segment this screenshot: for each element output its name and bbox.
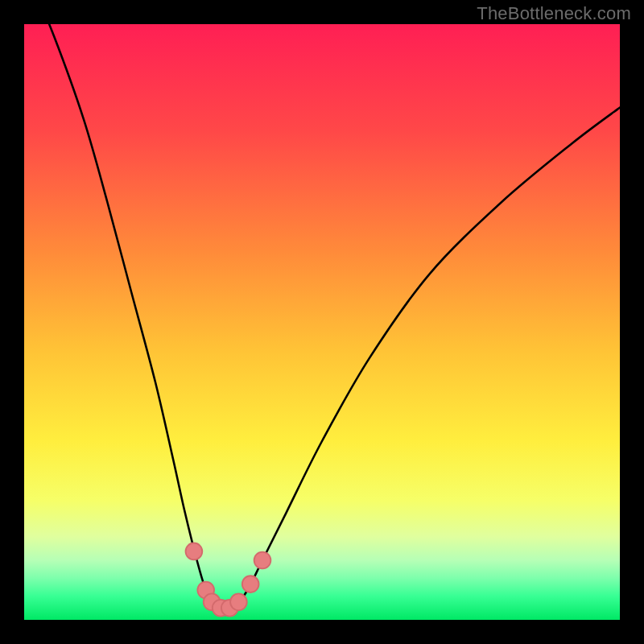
- marker-dot: [242, 576, 259, 592]
- marker-dot: [186, 543, 203, 560]
- watermark-text: TheBottleneck.com: [477, 3, 631, 24]
- chart-frame: TheBottleneck.com: [0, 0, 644, 644]
- marker-dot: [230, 593, 247, 610]
- markers-group: [186, 543, 271, 617]
- chart-svg: [24, 24, 620, 620]
- bottleneck-curve: [24, 24, 620, 608]
- plot-area: [24, 24, 620, 620]
- marker-dot: [254, 552, 271, 569]
